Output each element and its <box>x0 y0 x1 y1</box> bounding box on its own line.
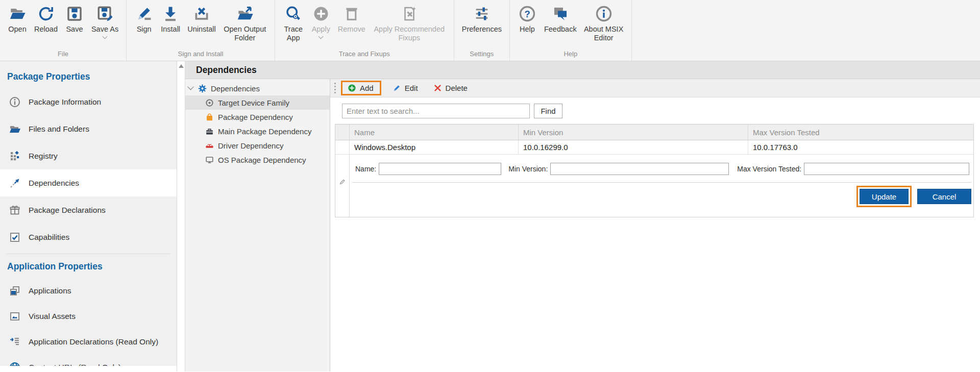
about-info-icon <box>594 4 614 23</box>
ribbon-group-file-caption: File <box>4 49 122 61</box>
ribbon-group-help: ? Help Feedback About MSIX Editor Help <box>510 0 632 61</box>
sidebar-item-registry[interactable]: Registry <box>0 142 177 169</box>
table-header-row: Name Min Version Max Version Tested <box>335 125 973 140</box>
sidebar-item-capabilities[interactable]: Capabilities <box>0 224 177 251</box>
sidebar-item-dependencies[interactable]: Dependencies <box>0 169 177 196</box>
sidebar-item-applications[interactable]: Applications <box>0 278 177 304</box>
edit-button[interactable]: Edit <box>388 82 422 94</box>
cell-min-version: 10.0.16299.0 <box>519 140 748 154</box>
sidebar-item-content-uris[interactable]: Content URIs (Read Only) <box>0 355 177 366</box>
column-header-min-version[interactable]: Min Version <box>519 125 748 140</box>
open-output-folder-icon <box>235 4 255 23</box>
scrollbar-up-arrow-icon[interactable] <box>179 64 184 68</box>
sidebar-item-visual-assets[interactable]: Visual Assets <box>0 304 177 329</box>
install-label: Install <box>161 25 180 34</box>
feedback-button[interactable]: Feedback <box>541 3 580 35</box>
apply-button[interactable]: Apply <box>308 3 334 39</box>
uninstall-button[interactable]: Uninstall <box>184 3 219 35</box>
delete-button[interactable]: Delete <box>429 82 472 94</box>
ribbon-group-sign-install: Sign Install Uninstall Open Output Folde… <box>127 0 275 61</box>
sign-label: Sign <box>137 25 152 34</box>
max-version-tested-field[interactable] <box>804 163 969 175</box>
sign-button[interactable]: Sign <box>131 3 157 35</box>
install-arrow-icon <box>161 4 180 23</box>
editing-pencil-icon <box>338 178 346 185</box>
image-icon <box>8 310 21 323</box>
add-button[interactable]: Add <box>342 82 380 94</box>
inline-editor: Name: Min Version: Max Version Tested: <box>335 155 973 217</box>
msix-editor-window: Open Reload Save Save As File <box>0 0 980 372</box>
reload-label: Reload <box>34 25 58 34</box>
save-as-label: Save As <box>91 25 118 34</box>
detail-panel: Add Edit Delete <box>330 79 980 371</box>
help-icon: ? <box>518 4 537 23</box>
search-input[interactable] <box>342 104 530 118</box>
sign-pencil-icon <box>134 4 154 23</box>
main-area: Dependencies Dependencies Target Device … <box>185 61 980 371</box>
sidebar-section-application-properties: Application Properties <box>0 256 177 278</box>
update-button[interactable]: Update <box>860 189 909 204</box>
save-button[interactable]: Save <box>61 3 88 35</box>
row-selector-cell[interactable] <box>335 140 350 154</box>
open-folder-icon <box>8 4 27 23</box>
tree-node-os-package-dependency[interactable]: OS Package Dependency <box>185 153 330 167</box>
save-as-dropdown-chevron-icon[interactable] <box>103 34 108 39</box>
add-highlight-frame: Add <box>341 81 381 95</box>
feedback-label: Feedback <box>544 25 577 34</box>
column-header-max-version-tested[interactable]: Max Version Tested <box>748 125 973 140</box>
trace-app-label: Trace App <box>283 25 304 42</box>
editor-form-row: Name: Min Version: Max Version Tested: <box>350 155 973 175</box>
name-field[interactable] <box>379 163 501 175</box>
tree-node-label: Package Dependency <box>218 113 293 121</box>
gear-icon <box>197 83 207 93</box>
sidebar-item-package-declarations[interactable]: Package Declarations <box>0 196 177 224</box>
tree-node-driver-dependency[interactable]: Driver Dependency <box>185 138 330 153</box>
min-version-field[interactable] <box>550 163 729 175</box>
about-msix-editor-label: About MSIX Editor <box>584 25 624 42</box>
help-button[interactable]: ? Help <box>514 3 541 35</box>
reload-icon <box>36 4 56 23</box>
sidebar-scrollbar[interactable] <box>177 61 185 371</box>
apply-plus-icon <box>311 4 331 23</box>
tree-node-dependencies[interactable]: Dependencies <box>185 81 330 95</box>
trace-app-icon <box>284 4 303 23</box>
tree-collapse-chevron-icon[interactable] <box>187 83 194 90</box>
install-button[interactable]: Install <box>157 3 184 35</box>
folder-icon <box>8 122 21 135</box>
remove-button[interactable]: Remove <box>334 3 369 35</box>
cancel-button[interactable]: Cancel <box>917 189 971 204</box>
tree-node-label: Main Package Dependency <box>218 127 311 136</box>
preferences-sliders-icon <box>472 4 492 23</box>
sidebar-item-package-information[interactable]: Package Information <box>0 88 177 115</box>
tree-node-main-package-dependency[interactable]: Main Package Dependency <box>185 124 330 138</box>
save-icon <box>65 4 84 23</box>
table-row[interactable]: Windows.Desktop 10.0.16299.0 10.0.17763.… <box>335 140 973 155</box>
tree-node-target-device-family[interactable]: Target Device Family <box>185 95 330 110</box>
ribbon-group-sign-install-caption: Sign and Install <box>131 49 271 61</box>
preferences-label: Preferences <box>462 25 502 34</box>
find-button[interactable]: Find <box>534 104 562 118</box>
toolbar-grip-icon[interactable] <box>334 83 336 93</box>
trace-app-button[interactable]: Trace App <box>279 3 308 43</box>
sidebar-item-application-declarations[interactable]: Application Declarations (Read Only) <box>0 329 177 355</box>
open-output-folder-button[interactable]: Open Output Folder <box>219 3 271 43</box>
edit-pencil-icon <box>393 84 401 92</box>
open-button[interactable]: Open <box>4 3 31 35</box>
reload-button[interactable]: Reload <box>31 3 61 35</box>
save-as-icon <box>95 4 115 23</box>
cell-max-version-tested: 10.0.17763.0 <box>748 140 973 154</box>
detail-toolbar: Add Edit Delete <box>330 79 980 97</box>
help-label: Help <box>520 25 535 34</box>
preferences-button[interactable]: Preferences <box>458 3 505 35</box>
dependencies-arrow-icon <box>8 177 21 189</box>
sidebar-item-files-and-folders[interactable]: Files and Folders <box>0 115 177 142</box>
sidebar-section-package-properties: Package Properties <box>0 66 177 88</box>
edit-row-indicator <box>335 155 350 217</box>
column-header-name[interactable]: Name <box>350 125 519 140</box>
apply-recommended-fixups-button[interactable]: Apply Recommended Fixups <box>369 3 450 43</box>
apply-dropdown-chevron-icon[interactable] <box>318 34 324 39</box>
tree-node-package-dependency[interactable]: Package Dependency <box>185 110 330 124</box>
save-as-button[interactable]: Save As <box>88 3 122 39</box>
about-msix-editor-button[interactable]: About MSIX Editor <box>580 3 627 43</box>
registry-grid-icon <box>8 150 21 162</box>
